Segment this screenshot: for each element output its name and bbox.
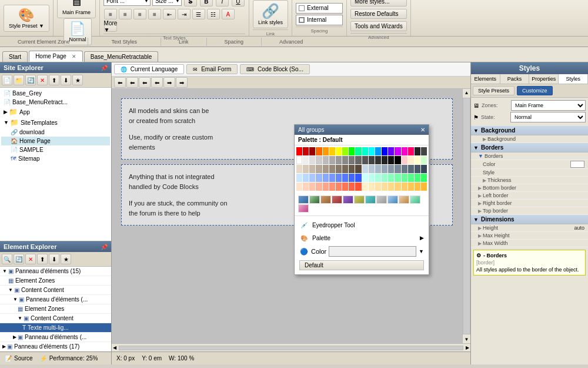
cp-cell[interactable] xyxy=(395,183,400,191)
cp-cell[interactable] xyxy=(336,156,342,164)
se-down-btn[interactable]: ⬇ xyxy=(61,75,71,85)
cp-special-2[interactable] xyxy=(309,195,320,204)
cp-special-1[interactable] xyxy=(298,195,309,204)
align-right-button[interactable]: ≡ xyxy=(133,9,146,19)
scroll-left-btn[interactable]: ◀ xyxy=(112,344,118,352)
cp-cell[interactable] xyxy=(421,183,427,191)
cnav-btn-1[interactable]: ⬅ xyxy=(114,77,126,88)
element-explorer-pin[interactable]: 📌 xyxy=(101,244,108,250)
cnav-btn-3[interactable]: ⬅ xyxy=(139,77,151,88)
cp-cell[interactable] xyxy=(375,165,381,173)
cp-special-11[interactable] xyxy=(410,195,420,204)
cp-cell[interactable] xyxy=(309,156,315,164)
tab-home-page-close[interactable]: ✕ xyxy=(72,54,76,59)
cp-cell[interactable] xyxy=(388,147,394,155)
scroll-down-btn[interactable]: ▼ xyxy=(463,336,470,343)
link-styles-button[interactable]: 🔗 Link styles xyxy=(253,0,288,28)
right-subtab-customize[interactable]: Customize xyxy=(517,86,553,95)
background-section-header[interactable]: ▼ Background xyxy=(471,126,588,135)
cp-cell[interactable] xyxy=(415,165,420,173)
cp-cell[interactable] xyxy=(421,174,427,182)
external-combo[interactable]: External xyxy=(296,3,343,14)
scroll-right-btn[interactable]: ▶ xyxy=(465,344,470,352)
cp-cell[interactable] xyxy=(336,165,342,173)
cp-cell[interactable] xyxy=(303,183,309,191)
elem-content-content-2[interactable]: ▼ ▣ Content Content xyxy=(0,314,111,323)
right-tab-properties[interactable]: Properties xyxy=(529,74,559,84)
right-tab-packs[interactable]: Packs xyxy=(500,74,530,84)
align-justify-button[interactable]: ≡ xyxy=(148,9,161,19)
cp-cell[interactable] xyxy=(369,174,375,182)
cp-cell[interactable] xyxy=(421,165,427,173)
cp-cell[interactable] xyxy=(309,174,315,182)
cp-cell[interactable] xyxy=(329,156,335,164)
cp-cell[interactable] xyxy=(402,147,407,155)
cp-cell[interactable] xyxy=(336,174,342,182)
cp-cell[interactable] xyxy=(388,174,394,182)
cp-cell[interactable] xyxy=(421,156,427,164)
cp-cell[interactable] xyxy=(336,183,342,191)
cp-cell[interactable] xyxy=(415,174,420,182)
cp-cell[interactable] xyxy=(402,174,407,182)
more-button[interactable]: More ▼ xyxy=(104,21,117,32)
cp-cell[interactable] xyxy=(349,165,355,173)
elem-element-zones[interactable]: ▦ Element Zones xyxy=(0,276,111,286)
cp-cell[interactable] xyxy=(395,174,400,182)
cp-cell[interactable] xyxy=(296,165,302,173)
cp-cell[interactable] xyxy=(296,174,302,182)
cp-cell[interactable] xyxy=(355,174,361,182)
cp-special-3[interactable] xyxy=(320,195,331,204)
cp-cell[interactable] xyxy=(415,156,420,164)
scroll-h[interactable]: ◀ ▶ xyxy=(112,343,470,352)
cp-cell[interactable] xyxy=(369,165,375,173)
align-left-button[interactable]: ≡ xyxy=(104,9,117,19)
tools-wizards-button[interactable]: Tools and Wizards xyxy=(350,21,407,31)
restore-defaults-button[interactable]: Restore Defaults xyxy=(350,9,407,19)
cp-cell[interactable] xyxy=(309,147,315,155)
elem-element-zones-2[interactable]: ▦ Element Zones xyxy=(0,304,111,314)
cp-cell[interactable] xyxy=(421,147,427,155)
cp-cell[interactable] xyxy=(388,165,394,173)
elem-panneau-sub2[interactable]: ▶ ▣ Panneau d'éléments (... xyxy=(0,333,111,342)
main-frame-button[interactable]: 🖥 Main Frame xyxy=(57,0,96,18)
cp-eyedropper-item[interactable]: 💉 Eyedropper Tool xyxy=(297,218,426,231)
cp-cell[interactable] xyxy=(309,165,315,173)
dimensions-section-header[interactable]: ▼ Dimensions xyxy=(471,215,588,224)
cp-cell[interactable] xyxy=(395,147,400,155)
cp-cell[interactable] xyxy=(388,156,394,164)
scroll-up-btn[interactable]: ▲ xyxy=(463,89,470,97)
elem-texte-multi[interactable]: T Texte multi-lig... xyxy=(0,323,111,333)
tree-item-base-menu-retract[interactable]: 📄 Base_MenuRetract... xyxy=(1,98,110,107)
cp-cell[interactable] xyxy=(323,147,329,155)
borders-section-header[interactable]: ▼ Borders xyxy=(471,143,588,152)
cp-cell[interactable] xyxy=(382,174,387,182)
cp-cell[interactable] xyxy=(395,165,400,173)
bold-button[interactable]: B xyxy=(200,0,213,6)
cp-cell[interactable] xyxy=(355,165,361,173)
align-center-button[interactable]: ≡ xyxy=(119,9,132,19)
elem-panneau-15[interactable]: ▼ ▣ Panneau d'éléments (15) xyxy=(0,267,111,276)
cp-cell[interactable] xyxy=(296,147,302,155)
right-tab-styles[interactable]: Styles xyxy=(559,74,588,84)
style-preset-button[interactable]: 🎨 Style Preset ▼ xyxy=(4,5,49,32)
tree-item-base-grey[interactable]: 📄 Base_Grey xyxy=(1,89,110,98)
cp-close-btn[interactable]: ✕ xyxy=(420,127,425,133)
borders-expand-arrow[interactable]: ▼ xyxy=(478,153,483,159)
cp-cell[interactable] xyxy=(415,183,420,191)
cp-cell[interactable] xyxy=(382,183,387,191)
ee-delete-btn[interactable]: ✕ xyxy=(25,254,36,264)
cp-cell[interactable] xyxy=(329,174,335,182)
size-combo[interactable]: Size ... ▼ xyxy=(152,0,182,6)
cp-special-12[interactable] xyxy=(298,204,309,213)
cp-cell[interactable] xyxy=(309,183,315,191)
indent-right-button[interactable]: ⇥ xyxy=(178,9,191,19)
cp-cell[interactable] xyxy=(355,147,361,155)
cp-cell[interactable] xyxy=(349,147,355,155)
right-tab-elements[interactable]: Elements xyxy=(471,74,500,84)
font-combo[interactable]: Font ... ▼ xyxy=(103,0,151,6)
cp-special-4[interactable] xyxy=(332,195,342,204)
cp-cell[interactable] xyxy=(382,165,387,173)
cp-cell[interactable] xyxy=(316,183,322,191)
cp-special-9[interactable] xyxy=(387,195,398,204)
cp-cell[interactable] xyxy=(316,174,322,182)
